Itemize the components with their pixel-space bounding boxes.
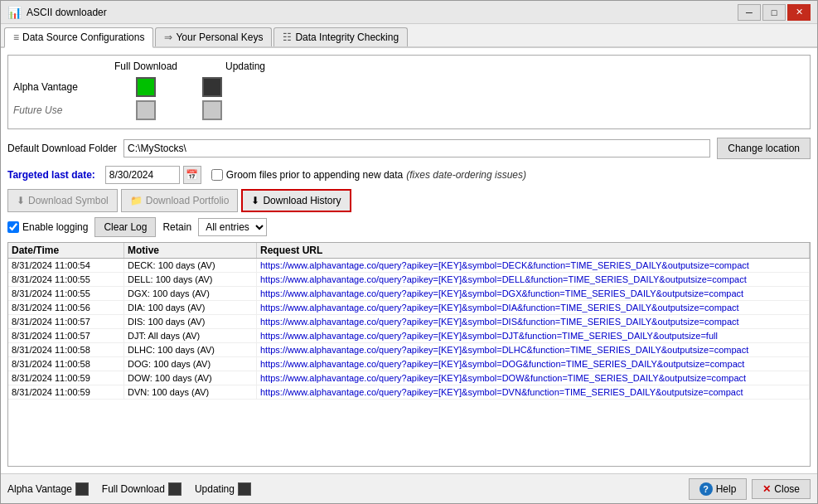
- ds-row-future-use: Future Use: [13, 100, 805, 120]
- clear-log-button[interactable]: Clear Log: [94, 217, 156, 237]
- groom-label[interactable]: Groom files prior to appending new data …: [211, 169, 526, 181]
- groom-text: Groom files prior to appending new data: [226, 169, 403, 181]
- app-icon: 📊: [7, 6, 22, 19]
- log-cell-motive: DGX: 100 days (AV): [124, 287, 257, 300]
- title-bar: 📊 ASCII downloader ─ □ ✕: [1, 1, 817, 24]
- log-row: 8/31/2024 11:00:59 DOW: 100 days (AV) ht…: [8, 371, 810, 385]
- log-table: Date/Time Motive Request URL 8/31/2024 1…: [7, 242, 811, 467]
- close-button[interactable]: ✕ Close: [752, 479, 811, 499]
- log-row: 8/31/2024 11:00:56 DIA: 100 days (AV) ht…: [8, 301, 810, 315]
- log-table-header: Date/Time Motive Request URL: [8, 243, 810, 259]
- groom-checkbox[interactable]: [211, 169, 223, 181]
- folder-label: Default Download Folder: [7, 143, 117, 154]
- log-cell-url[interactable]: https://www.alphavantage.co/query?apikey…: [257, 273, 810, 286]
- tab-data-source[interactable]: ≡ Data Source Configurations: [4, 27, 153, 48]
- log-row: 8/31/2024 11:00:57 DJT: All days (AV) ht…: [8, 329, 810, 343]
- action-buttons-row: ⬇ Download Symbol 📁 Download Portfolio ⬇…: [7, 189, 811, 212]
- log-cell-datetime: 8/31/2024 11:00:55: [8, 273, 124, 286]
- tab-integrity[interactable]: ☷ Data Integrity Checking: [273, 27, 408, 46]
- controls-row: Targeted last date: 📅 Groom files prior …: [7, 166, 811, 184]
- ds-row-alpha-vantage: Alpha Vantage: [13, 77, 805, 97]
- download-portfolio-label: Download Portfolio: [146, 195, 230, 206]
- window-close-button[interactable]: ✕: [787, 4, 811, 21]
- log-table-body: 8/31/2024 11:00:54 DECK: 100 days (AV) h…: [8, 259, 810, 466]
- status-alpha-vantage-label: Alpha Vantage: [7, 483, 72, 495]
- log-controls-row: Enable logging Clear Log Retain All entr…: [7, 217, 811, 237]
- log-cell-url[interactable]: https://www.alphavantage.co/query?apikey…: [257, 371, 810, 385]
- alpha-vantage-updating-checkbox[interactable]: [202, 77, 222, 97]
- folder-input[interactable]: [123, 139, 710, 158]
- status-full-download: Full Download: [102, 482, 182, 496]
- log-cell-url[interactable]: https://www.alphavantage.co/query?apikey…: [257, 315, 810, 328]
- tab-personal-keys-icon: ⇒: [164, 32, 172, 43]
- log-cell-datetime: 8/31/2024 11:00:54: [8, 259, 124, 272]
- log-cell-url[interactable]: https://www.alphavantage.co/query?apikey…: [257, 301, 810, 314]
- status-updating-label: Updating: [195, 483, 235, 495]
- download-symbol-button[interactable]: ⬇ Download Symbol: [7, 189, 118, 212]
- log-cell-datetime: 8/31/2024 11:00:57: [8, 329, 124, 342]
- groom-italic-text: (fixes date-ordering issues): [406, 169, 526, 181]
- calendar-button[interactable]: 📅: [183, 166, 201, 184]
- app-title: ASCII downloader: [27, 7, 107, 18]
- log-cell-url[interactable]: https://www.alphavantage.co/query?apikey…: [257, 385, 810, 399]
- main-window: 📊 ASCII downloader ─ □ ✕ ≡ Data Source C…: [0, 0, 818, 504]
- close-icon: ✕: [762, 483, 771, 495]
- log-cell-datetime: 8/31/2024 11:00:58: [8, 357, 124, 371]
- data-source-panel: Full Download Updating Alpha Vantage Fut…: [7, 55, 811, 129]
- log-cell-url[interactable]: https://www.alphavantage.co/query?apikey…: [257, 343, 810, 356]
- download-history-label: Download History: [263, 195, 341, 206]
- date-input[interactable]: [105, 166, 180, 184]
- status-full-download-checkbox[interactable]: [168, 482, 182, 496]
- col-header-datetime: Date/Time: [8, 243, 124, 258]
- download-history-icon: ⬇: [251, 195, 259, 206]
- status-alpha-vantage-checkbox[interactable]: [75, 482, 89, 496]
- ds-name-future-use: Future Use: [13, 104, 113, 116]
- log-cell-url[interactable]: https://www.alphavantage.co/query?apikey…: [257, 287, 810, 300]
- log-cell-motive: DLHC: 100 days (AV): [124, 343, 257, 356]
- log-cell-url[interactable]: https://www.alphavantage.co/query?apikey…: [257, 357, 810, 371]
- future-use-updating-checkbox[interactable]: [202, 100, 222, 120]
- log-cell-motive: DOG: 100 days (AV): [124, 357, 257, 371]
- col-header-updating: Updating: [212, 61, 278, 72]
- tab-data-source-label: Data Source Configurations: [22, 32, 144, 43]
- future-use-full-download-checkbox[interactable]: [136, 100, 156, 120]
- log-cell-motive: DELL: 100 days (AV): [124, 273, 257, 286]
- tab-integrity-label: Data Integrity Checking: [295, 32, 399, 43]
- log-cell-motive: DECK: 100 days (AV): [124, 259, 257, 272]
- log-row: 8/31/2024 11:00:55 DGX: 100 days (AV) ht…: [8, 287, 810, 301]
- status-full-download-label: Full Download: [102, 483, 165, 495]
- enable-logging-checkbox[interactable]: [7, 221, 19, 233]
- help-label: Help: [716, 483, 737, 495]
- enable-logging-label[interactable]: Enable logging: [7, 221, 88, 233]
- download-portfolio-button[interactable]: 📁 Download Portfolio: [121, 189, 239, 212]
- log-cell-url[interactable]: https://www.alphavantage.co/query?apikey…: [257, 329, 810, 342]
- targeted-label: Targeted last date:: [7, 169, 95, 181]
- ds-name-alpha-vantage: Alpha Vantage: [13, 81, 113, 93]
- log-row: 8/31/2024 11:00:59 DVN: 100 days (AV) ht…: [8, 385, 810, 400]
- content-area: Full Download Updating Alpha Vantage Fut…: [1, 48, 817, 473]
- status-updating-checkbox[interactable]: [238, 482, 251, 496]
- status-left: Alpha Vantage Full Download Updating: [7, 482, 251, 496]
- title-buttons: ─ □ ✕: [738, 4, 811, 21]
- log-cell-motive: DOW: 100 days (AV): [124, 371, 257, 385]
- help-button[interactable]: ? Help: [689, 478, 748, 500]
- folder-row: Default Download Folder Change location: [7, 138, 811, 159]
- status-bar: Alpha Vantage Full Download Updating ? H…: [1, 473, 817, 503]
- minimize-button[interactable]: ─: [738, 4, 761, 21]
- maximize-button[interactable]: □: [762, 4, 786, 21]
- log-cell-url[interactable]: https://www.alphavantage.co/query?apikey…: [257, 259, 810, 272]
- retain-select[interactable]: All entries Last 100 Last 500 Last 1000: [198, 218, 267, 236]
- retain-label: Retain: [162, 221, 191, 233]
- tab-personal-keys[interactable]: ⇒ Your Personal Keys: [155, 27, 272, 46]
- status-updating: Updating: [195, 482, 251, 496]
- alpha-vantage-full-download-checkbox[interactable]: [136, 77, 156, 97]
- download-history-button[interactable]: ⬇ Download History: [241, 189, 351, 212]
- log-cell-datetime: 8/31/2024 11:00:58: [8, 343, 124, 356]
- tab-data-source-icon: ≡: [13, 32, 19, 43]
- log-cell-motive: DIA: 100 days (AV): [124, 301, 257, 314]
- change-location-button[interactable]: Change location: [717, 138, 811, 159]
- col-header-url: Request URL: [257, 243, 810, 258]
- log-row: 8/31/2024 11:00:55 DELL: 100 days (AV) h…: [8, 273, 810, 287]
- status-right: ? Help ✕ Close: [689, 478, 811, 500]
- log-row: 8/31/2024 11:00:54 DECK: 100 days (AV) h…: [8, 259, 810, 273]
